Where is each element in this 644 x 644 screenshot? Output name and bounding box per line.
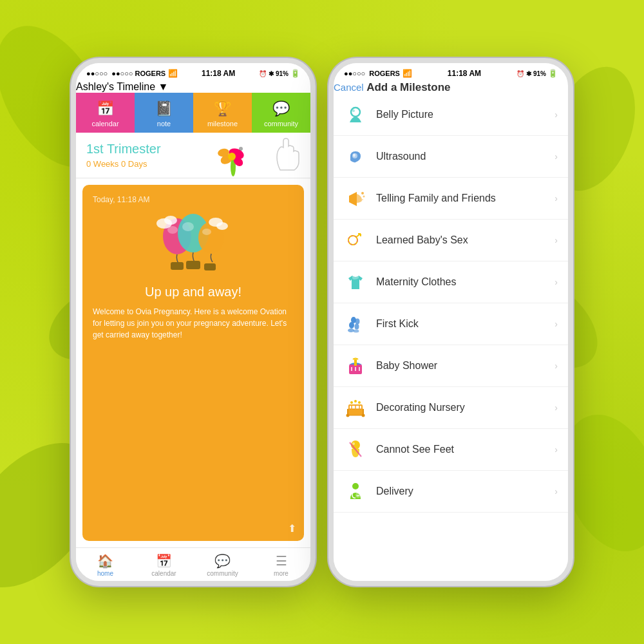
svg-point-43 [354,330,359,333]
svg-point-62 [352,442,355,445]
status-bar-left: ●●○○○ ●●○○○ ROGERS 📶 11:18 AM ⏰ ✱ 91% 🔋 [76,63,310,81]
shower-chevron-icon: › [554,361,558,371]
feet-chevron-icon: › [554,444,558,455]
add-milestone-title: Add a Milestone [366,81,450,93]
tab-calendar[interactable]: 📅 calendar [76,93,135,133]
kick-icon-wrap [344,312,367,336]
svg-point-23 [164,216,177,225]
community-icon: 💬 [272,100,290,117]
community-bottom-icon: 💬 [214,553,231,569]
alarm-icon-left: ⏰ [259,70,267,77]
hand-image [259,133,310,178]
svg-point-11 [228,153,236,160]
shower-label: Baby Shower [376,360,545,372]
feet-label: Cannot See Feet [376,444,545,455]
battery-right: 91% [533,70,546,77]
svg-rect-19 [171,262,184,270]
milestone-item-feet[interactable]: Cannot See Feet › [334,429,568,471]
trimester-days: 0 Weeks 0 Days [86,159,197,169]
battery-icon-right: 🔋 [548,69,558,78]
ultrasound-icon-wrap [344,145,367,168]
tab-community[interactable]: 💬 community [252,93,310,133]
milestone-item-nursery[interactable]: Decorating Nursery › [334,387,568,429]
bluetooth-icon-right: ✱ [526,70,531,77]
clothes-label: Maternity Clothes [376,276,545,288]
milestone-item-belly[interactable]: Belly Picture › [334,94,568,136]
share-icon[interactable]: ⬆ [288,522,296,535]
milestone-item-delivery[interactable]: Delivery › [334,471,568,513]
bottom-tab-calendar[interactable]: 📅 calendar [135,548,193,581]
svg-point-60 [358,401,361,404]
bottom-tab-more[interactable]: ☰ more [252,548,310,581]
bottom-tab-bar: 🏠 home 📅 calendar 💬 community ☰ more [76,547,310,581]
phone-timeline: ●●○○○ ●●○○○ ROGERS 📶 11:18 AM ⏰ ✱ 91% 🔋 … [71,58,316,586]
delivery-label: Delivery [376,486,545,497]
bluetooth-icon-left: ✱ [269,70,274,77]
tab-note[interactable]: 📓 note [135,93,193,133]
trimester-images [207,133,310,178]
svg-point-58 [350,401,353,404]
milestone-item-sex[interactable]: Learned Baby's Sex › [334,220,568,261]
clothes-chevron-icon: › [554,277,558,287]
svg-point-41 [355,324,359,330]
tab-note-label: note [157,120,171,128]
svg-point-12 [239,147,243,151]
svg-point-57 [362,414,365,417]
carrier-name-right: ROGERS [369,70,400,77]
svg-point-39 [355,319,360,325]
svg-point-59 [354,400,357,402]
svg-point-27 [352,109,355,112]
more-icon: ☰ [276,553,287,569]
delivery-icon-wrap [344,480,367,503]
bottom-tab-community[interactable]: 💬 community [193,548,252,581]
svg-point-65 [355,493,361,498]
time-right: 11:18 AM [448,69,481,78]
milestone-item-kick[interactable]: First Kick › [334,303,568,345]
milestone-item-telling[interactable]: Telling Family and Friends › [334,178,568,220]
card-title: Up up and away! [145,285,242,299]
milestone-item-ultrasound[interactable]: Ultrasound › [334,136,568,178]
bottom-tab-calendar-label: calendar [151,570,176,577]
milestone-header: Cancel Add a Milestone [334,81,568,94]
battery-icon-left: 🔋 [290,69,300,78]
clothes-icon-wrap [344,270,367,294]
bottom-tab-more-label: more [274,570,289,577]
svg-point-31 [363,196,365,198]
shower-icon-wrap [344,354,367,377]
nursery-label: Decorating Nursery [376,402,545,413]
svg-point-30 [361,192,364,194]
telling-chevron-icon: › [554,193,558,204]
milestone-item-clothes[interactable]: Maternity Clothes › [334,261,568,303]
svg-point-32 [362,199,363,200]
feet-icon-wrap [344,438,367,461]
timeline-header: Ashley's Timeline ▼ [76,81,310,93]
svg-rect-45 [354,359,357,366]
svg-point-29 [353,154,355,157]
milestone-item-shower[interactable]: Baby Shower › [334,345,568,387]
card-body: Welcome to Ovia Pregnancy. Here is a wel… [93,306,294,341]
tab-calendar-label: calendar [91,120,118,128]
bottom-tab-home-label: home [97,570,113,577]
ultrasound-label: Ultrasound [376,151,545,162]
bottom-tab-community-label: community [207,570,238,577]
bottom-tab-home[interactable]: 🏠 home [76,548,135,581]
svg-point-26 [351,108,360,117]
trimester-section: 1st Trimester 0 Weeks 0 Days [76,133,310,178]
svg-point-42 [348,328,354,332]
telling-icon-wrap [344,187,367,210]
right-icons-right: ⏰ ✱ 91% 🔋 [516,69,558,78]
svg-rect-20 [186,261,200,269]
nursery-chevron-icon: › [554,402,558,413]
wifi-icon-left: 📶 [168,69,178,78]
ultrasound-chevron-icon: › [554,151,558,162]
cancel-button[interactable]: Cancel [334,82,364,93]
tab-milestone[interactable]: 🏆 milestone [193,93,252,133]
kick-label: First Kick [376,318,545,330]
sex-chevron-icon: › [554,235,558,245]
delivery-chevron-icon: › [554,486,558,497]
status-bar-right: ●●○○○ ROGERS 📶 11:18 AM ⏰ ✱ 91% 🔋 [334,63,568,81]
sex-icon-wrap [344,229,367,252]
filter-icon[interactable]: ▼ [158,81,169,92]
tab-community-label: community [264,120,298,128]
svg-point-64 [352,483,359,489]
